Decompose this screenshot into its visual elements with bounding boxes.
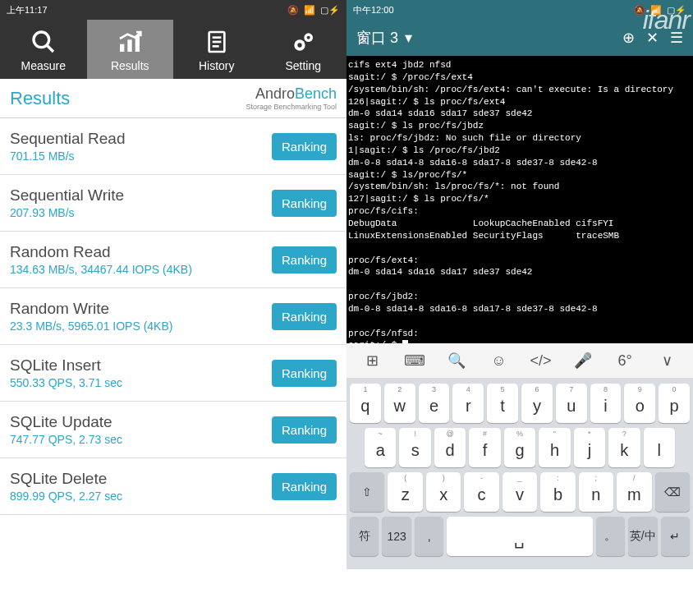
result-name: SQLite Update	[10, 413, 122, 431]
letter-key[interactable]: ?k	[608, 428, 640, 467]
letter-key[interactable]: )x	[426, 472, 461, 512]
letter-key[interactable]: ;n	[579, 472, 613, 512]
letter-key[interactable]: 9o	[624, 384, 655, 423]
menu-icon[interactable]: ☰	[670, 29, 683, 47]
nav-results[interactable]: Results	[87, 20, 174, 79]
letter-key[interactable]: :b	[540, 472, 575, 512]
gears-icon	[289, 28, 317, 56]
letter-key[interactable]: -c	[464, 472, 498, 512]
kb-tool[interactable]: ∨	[654, 352, 679, 370]
silent-icon: 🔕	[634, 5, 645, 16]
silent-icon: 🔕	[287, 5, 299, 16]
terminal-output[interactable]: cifs ext4 jbd2 nfsd sagit:/ $ /proc/fs/e…	[346, 56, 693, 343]
letter-key[interactable]: 7u	[556, 384, 587, 423]
nav-measure[interactable]: Measure	[0, 20, 87, 79]
key-label: ␣	[514, 529, 525, 549]
magnifier-icon	[30, 28, 57, 56]
key-superscript: 1	[363, 385, 367, 393]
letter-key[interactable]: 4r	[452, 384, 484, 423]
kb-tool[interactable]: ⊞	[360, 352, 385, 370]
keyboard: 1q2w3e4r5t6y7u8i9o0p ~a!s@d#f%g"h*j?kl ⇧…	[346, 379, 693, 569]
close-tab-icon[interactable]: ✕	[646, 29, 659, 47]
kb-tool[interactable]: ⌨	[402, 352, 427, 370]
result-value: 207.93 MB/s	[10, 206, 124, 219]
key-label: 符	[359, 529, 370, 544]
letter-key[interactable]: 2w	[384, 384, 415, 423]
key-label: o	[636, 397, 645, 416]
results-header: Results AndroBench Storage Benchmarking …	[0, 79, 346, 118]
terminal-screen: 中午12:00 🔕 📶 ▢⚡ ifanr 窗口 3 ▾ ⊕ ✕ ☰ cifs e…	[346, 0, 693, 616]
result-name: Sequential Write	[10, 186, 124, 205]
letter-key[interactable]: "h	[539, 428, 570, 467]
page-title: Results	[10, 88, 70, 109]
letter-key[interactable]: 8i	[590, 384, 622, 423]
letter-key[interactable]: (z	[388, 472, 422, 512]
svg-rect-3	[128, 39, 132, 52]
key-label: k	[620, 441, 628, 460]
key-superscript: 3	[432, 385, 436, 393]
status-icons: 🔕 📶 ▢⚡	[634, 5, 686, 16]
nav-label: History	[199, 59, 235, 72]
wifi-icon: 📶	[650, 5, 662, 16]
key-label: r	[466, 397, 471, 416]
letter-key[interactable]: /m	[617, 472, 651, 512]
letter-key[interactable]: 0p	[659, 384, 690, 423]
kb-tool[interactable]: </>	[529, 352, 553, 370]
key-label: y	[533, 397, 541, 416]
function-key[interactable]: 符	[350, 517, 379, 556]
ranking-button[interactable]: Ranking	[272, 133, 337, 160]
letter-key[interactable]: l	[644, 428, 675, 467]
add-tab-icon[interactable]: ⊕	[622, 29, 635, 47]
terminal-header: 窗口 3 ▾ ⊕ ✕ ☰	[346, 20, 693, 56]
letter-key[interactable]: @d	[434, 428, 466, 467]
letter-key[interactable]: #f	[469, 428, 500, 467]
function-key[interactable]: ⌫	[655, 472, 690, 512]
nav-history[interactable]: History	[173, 20, 260, 79]
key-label: f	[483, 441, 488, 460]
letter-key[interactable]: %g	[504, 428, 535, 467]
cursor	[402, 340, 408, 343]
letter-key[interactable]: 5t	[487, 384, 518, 423]
letter-key[interactable]: !s	[399, 428, 430, 467]
letter-key[interactable]: 1q	[350, 384, 381, 423]
nav-setting[interactable]: Setting	[260, 20, 347, 79]
kb-tool[interactable]: ☺	[486, 352, 511, 370]
function-key[interactable]: ,	[415, 517, 443, 556]
top-nav: Measure Results History Setting	[0, 20, 346, 79]
key-label: a	[376, 441, 385, 460]
status-bar: 中午12:00 🔕 📶 ▢⚡	[346, 0, 693, 20]
space-key[interactable]: ␣	[447, 517, 592, 556]
letter-key[interactable]: ~a	[365, 428, 396, 467]
kb-tool[interactable]: 🔍	[444, 352, 469, 370]
nav-label: Measure	[21, 59, 66, 72]
key-label: s	[411, 441, 420, 460]
result-info: Sequential Read701.15 MB/s	[10, 130, 126, 163]
key-label: z	[402, 485, 410, 504]
keyboard-toolbar: ⊞⌨🔍☺</>🎤6°∨	[346, 343, 693, 379]
ranking-button[interactable]: Ranking	[272, 360, 337, 387]
function-key[interactable]: ↵	[661, 517, 690, 556]
function-key[interactable]: 123	[382, 517, 411, 556]
letter-key[interactable]: *j	[574, 428, 605, 467]
letter-key[interactable]: 3e	[419, 384, 450, 423]
key-superscript: ?	[622, 430, 626, 438]
ranking-button[interactable]: Ranking	[272, 473, 337, 500]
battery-icon: ▢⚡	[667, 5, 686, 16]
function-key[interactable]: 。	[596, 517, 625, 556]
kb-tool[interactable]: 🎤	[571, 352, 595, 370]
ranking-button[interactable]: Ranking	[272, 416, 337, 444]
ranking-button[interactable]: Ranking	[272, 190, 337, 217]
ranking-button[interactable]: Ranking	[272, 246, 337, 274]
result-row: SQLite Insert550.33 QPS, 3.71 secRanking	[0, 345, 346, 402]
kb-tool[interactable]: 6°	[613, 352, 637, 370]
key-label: u	[567, 397, 576, 416]
ranking-button[interactable]: Ranking	[272, 303, 337, 330]
letter-key[interactable]: 6y	[521, 384, 553, 423]
key-superscript: 6	[535, 385, 539, 393]
terminal-tab-title[interactable]: 窗口 3 ▾	[356, 28, 611, 48]
result-row: Random Write23.3 MB/s, 5965.01 IOPS (4KB…	[0, 288, 346, 345]
letter-key[interactable]: _v	[503, 472, 537, 512]
function-key[interactable]: 英/中	[628, 517, 657, 556]
key-label: x	[439, 485, 447, 504]
function-key[interactable]: ⇧	[350, 472, 384, 512]
